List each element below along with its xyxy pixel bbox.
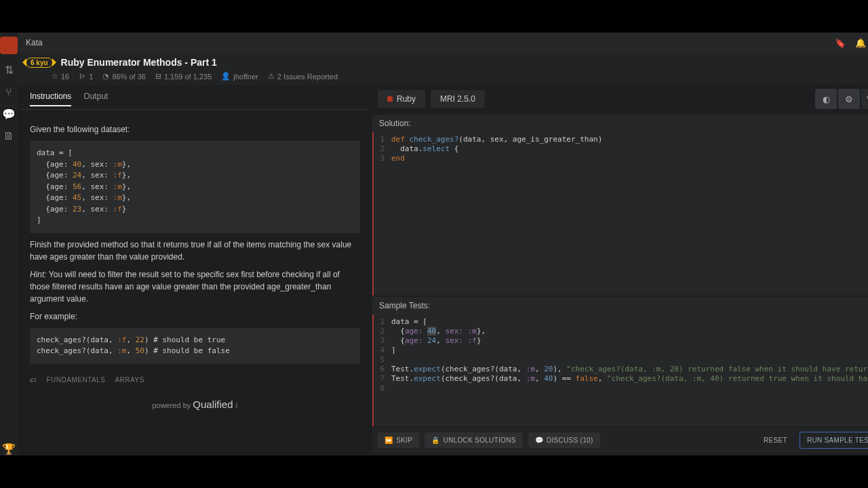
example-label: For example:: [30, 310, 360, 323]
topbar: Kata 🔖 🔔 7 kyu 64: [18, 33, 868, 53]
discuss-button[interactable]: 💬 DISCUSS (10): [528, 432, 600, 448]
kyu-badge: 6 kyu: [26, 58, 53, 68]
left-rail: ⇅ ⑂ 💬 🗎 🏆: [0, 33, 18, 455]
theme-toggle[interactable]: ◐: [815, 89, 837, 109]
dataset-code: data = [ {age: 40, sex: :m}, {age: 24, s…: [30, 141, 360, 233]
kata-title: Ruby Enumerator Methods - Part 1: [61, 57, 217, 68]
vim-mode[interactable]: VIM: [861, 89, 868, 109]
completed: ⊟ 1,159 of 1,235: [155, 72, 212, 81]
author[interactable]: 👤 jhoffner: [221, 72, 258, 81]
instructions-body: Given the following dataset: data = [ {a…: [20, 110, 370, 420]
star-count: ☆ 16: [52, 72, 69, 81]
run-tests-button[interactable]: RUN SAMPLE TESTS: [800, 432, 868, 449]
unlock-button[interactable]: 🔒 UNLOCK SOLUTIONS: [425, 432, 522, 448]
tab-output[interactable]: Output: [83, 87, 108, 106]
powered-by: powered by Qualified ⁞: [30, 397, 360, 413]
tests-editor[interactable]: 12345678 data = [ {age: 40, sex: :m}, {a…: [372, 314, 868, 426]
chat-icon[interactable]: 💬: [2, 108, 16, 121]
issues[interactable]: ⚠ 2 Issues Reported: [268, 72, 338, 81]
kata-header: 6 kyu Ruby Enumerator Methods - Part 1: [18, 53, 868, 72]
bell-icon[interactable]: 🔔: [855, 38, 866, 48]
language-select[interactable]: Ruby: [378, 90, 425, 108]
task-text: Finish the provided method so that it re…: [30, 239, 360, 263]
solution-header: Solution: ⛶: [372, 115, 868, 132]
compare-icon[interactable]: ⇅: [5, 64, 14, 77]
right-pane: Ruby MRI 2.5.0 ◐ ⚙ VIM EMACS ⛶ Solution:…: [372, 85, 868, 453]
doc-icon[interactable]: 🗎: [3, 130, 14, 142]
action-bar: ⏩ SKIP 🔒 UNLOCK SOLUTIONS 💬 DISCUSS (10)…: [372, 428, 868, 453]
tests-header: Sample Tests: ⛶ ?: [372, 297, 868, 314]
kata-stats: ☆ 16 🏳 1 ◔ 86% of 36 ⊟ 1,159 of 1,235 👤 …: [18, 72, 868, 85]
tag-fundamentals[interactable]: FUNDAMENTALS: [47, 375, 106, 385]
fork-icon[interactable]: ⑂: [5, 86, 12, 98]
hint-text: Hint: You will need to filter the result…: [30, 268, 360, 305]
tags: 🏷 FUNDAMENTALS ARRAYS: [30, 375, 360, 385]
bookmark-count: 🏳 1: [79, 72, 93, 81]
tag-icon: 🏷: [30, 375, 37, 385]
solution-editor[interactable]: 123 def check_ages?(data, sex, age_is_gr…: [372, 132, 868, 296]
example-code: check_ages?(data, :f, 22) # should be tr…: [30, 328, 360, 364]
tab-instructions[interactable]: Instructions: [30, 87, 71, 106]
skip-button[interactable]: ⏩ SKIP: [378, 432, 419, 448]
intro-text: Given the following dataset:: [30, 123, 360, 136]
left-pane: Instructions Output Given the following …: [20, 85, 370, 453]
version-select[interactable]: MRI 2.5.0: [431, 90, 485, 108]
logo-icon[interactable]: [0, 37, 18, 54]
reset-button[interactable]: RESET: [757, 432, 794, 448]
breadcrumb[interactable]: Kata: [26, 38, 43, 47]
settings-icon[interactable]: ⚙: [838, 89, 860, 109]
tag-arrays[interactable]: ARRAYS: [115, 375, 144, 385]
satisfaction: ◔ 86% of 36: [102, 72, 146, 81]
bookmark-icon[interactable]: 🔖: [835, 38, 846, 48]
editor-toolbar: Ruby MRI 2.5.0 ◐ ⚙ VIM EMACS ⛶: [372, 85, 868, 113]
trophy-icon[interactable]: 🏆: [2, 443, 16, 455]
